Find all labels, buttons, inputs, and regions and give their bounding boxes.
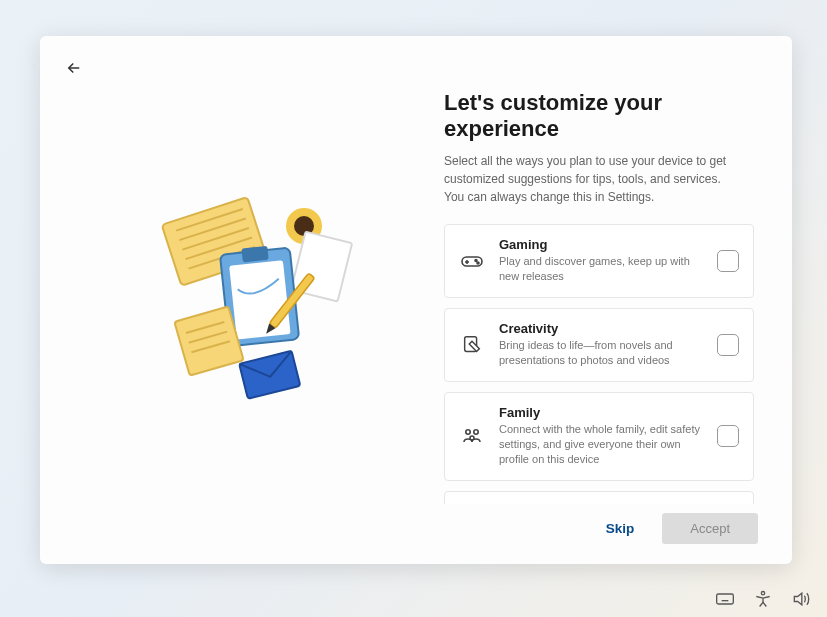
option-desc: Play and discover games, keep up with ne… (499, 254, 703, 285)
page-title: Let's customize your experience (444, 90, 758, 142)
family-icon (459, 423, 485, 449)
option-title: Creativity (499, 321, 703, 336)
keyboard-icon[interactable] (715, 589, 735, 609)
volume-icon[interactable] (791, 589, 811, 609)
option-schoolwork[interactable]: Schoolwork Take notes, write essays, and… (444, 491, 754, 504)
illustration-panel (74, 58, 444, 544)
option-title: Gaming (499, 237, 703, 252)
accessibility-icon[interactable] (753, 589, 773, 609)
option-creativity[interactable]: Creativity Bring ideas to life—from nove… (444, 308, 754, 382)
back-button[interactable] (60, 54, 88, 82)
option-desc: Bring ideas to life—from novels and pres… (499, 338, 703, 369)
option-gaming[interactable]: Gaming Play and discover games, keep up … (444, 224, 754, 298)
usage-options-list[interactable]: Gaming Play and discover games, keep up … (444, 224, 758, 504)
gaming-icon (459, 248, 485, 274)
option-family[interactable]: Family Connect with the whole family, ed… (444, 392, 754, 481)
oobe-window: Let's customize your experience Select a… (40, 36, 792, 564)
svg-point-36 (761, 592, 764, 595)
svg-point-23 (477, 262, 479, 264)
option-checkbox[interactable] (717, 250, 739, 272)
svg-rect-18 (239, 351, 300, 399)
svg-rect-11 (241, 246, 268, 263)
option-desc: Connect with the whole family, edit safe… (499, 422, 703, 468)
option-title: Family (499, 405, 703, 420)
illustration-image (139, 191, 379, 411)
page-subtitle: Select all the ways you plan to use your… (444, 152, 744, 206)
svg-point-22 (475, 259, 477, 261)
creativity-icon (459, 332, 485, 358)
svg-point-25 (466, 430, 470, 434)
option-checkbox[interactable] (717, 425, 739, 447)
svg-rect-30 (717, 594, 734, 604)
svg-point-26 (474, 430, 478, 434)
footer-actions: Skip Accept (444, 499, 758, 544)
system-tray (715, 589, 811, 609)
skip-button[interactable]: Skip (596, 513, 645, 544)
accept-button[interactable]: Accept (662, 513, 758, 544)
svg-rect-10 (229, 260, 290, 339)
option-checkbox[interactable] (717, 334, 739, 356)
